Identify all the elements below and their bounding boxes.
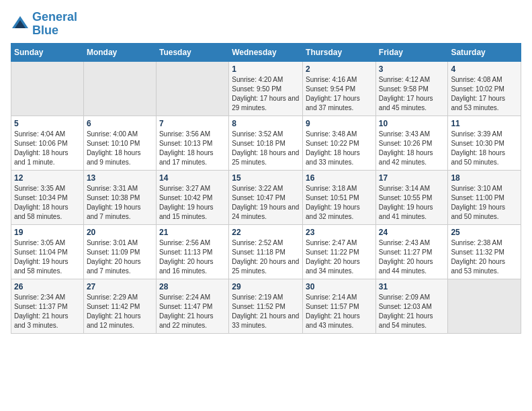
weekday-header-cell: Saturday [448, 43, 521, 61]
calendar-day-cell: 7Sunrise: 3:56 AM Sunset: 10:13 PM Dayli… [156, 116, 228, 170]
day-info: Sunrise: 2:34 AM Sunset: 11:37 PM Daylig… [14, 293, 81, 330]
day-info: Sunrise: 3:39 AM Sunset: 10:30 PM Daylig… [451, 130, 518, 167]
day-number: 2 [306, 64, 373, 74]
calendar-day-cell: 19Sunrise: 3:05 AM Sunset: 11:04 PM Dayl… [11, 224, 84, 279]
calendar-week-row: 26Sunrise: 2:34 AM Sunset: 11:37 PM Dayl… [11, 279, 521, 333]
day-info: Sunrise: 2:09 AM Sunset: 12:03 AM Daylig… [379, 293, 445, 330]
calendar-day-cell: 29Sunrise: 2:19 AM Sunset: 11:52 PM Dayl… [229, 279, 303, 333]
day-info: Sunrise: 3:52 AM Sunset: 10:18 PM Daylig… [232, 130, 300, 167]
weekday-header-cell: Thursday [303, 43, 376, 61]
weekday-header-cell: Tuesday [156, 43, 228, 61]
calendar-day-cell: 11Sunrise: 3:39 AM Sunset: 10:30 PM Dayl… [448, 116, 521, 170]
day-info: Sunrise: 2:56 AM Sunset: 11:13 PM Daylig… [159, 238, 226, 276]
calendar-day-cell [83, 61, 156, 116]
calendar-day-cell: 12Sunrise: 3:35 AM Sunset: 10:34 PM Dayl… [11, 170, 84, 224]
day-number: 11 [451, 119, 518, 128]
calendar-day-cell: 20Sunrise: 3:01 AM Sunset: 11:09 PM Dayl… [83, 224, 156, 279]
day-info: Sunrise: 3:43 AM Sunset: 10:26 PM Daylig… [379, 130, 445, 167]
logo-text: General Blue [32, 11, 77, 38]
calendar-day-cell: 23Sunrise: 2:47 AM Sunset: 11:22 PM Dayl… [303, 224, 376, 279]
calendar-day-cell: 5Sunrise: 4:04 AM Sunset: 10:06 PM Dayli… [11, 116, 84, 170]
day-info: Sunrise: 2:14 AM Sunset: 11:57 PM Daylig… [306, 293, 373, 330]
day-number: 21 [159, 228, 226, 237]
calendar-week-row: 19Sunrise: 3:05 AM Sunset: 11:04 PM Dayl… [11, 224, 521, 279]
calendar-day-cell: 16Sunrise: 3:18 AM Sunset: 10:51 PM Dayl… [303, 170, 376, 224]
day-number: 7 [159, 119, 226, 128]
day-info: Sunrise: 4:20 AM Sunset: 9:50 PM Dayligh… [232, 75, 300, 113]
calendar-day-cell: 22Sunrise: 2:52 AM Sunset: 11:18 PM Dayl… [229, 224, 303, 279]
day-number: 3 [379, 64, 445, 74]
day-info: Sunrise: 2:24 AM Sunset: 11:47 PM Daylig… [159, 293, 226, 330]
weekday-header-cell: Friday [375, 43, 448, 61]
day-info: Sunrise: 4:12 AM Sunset: 9:58 PM Dayligh… [379, 75, 445, 113]
day-number: 16 [306, 173, 373, 183]
calendar-day-cell: 30Sunrise: 2:14 AM Sunset: 11:57 PM Dayl… [303, 279, 376, 333]
calendar-week-row: 5Sunrise: 4:04 AM Sunset: 10:06 PM Dayli… [11, 116, 521, 170]
day-number: 25 [451, 228, 518, 237]
day-info: Sunrise: 3:56 AM Sunset: 10:13 PM Daylig… [159, 130, 226, 167]
day-number: 27 [87, 282, 153, 291]
calendar-day-cell: 9Sunrise: 3:48 AM Sunset: 10:22 PM Dayli… [303, 116, 376, 170]
calendar-day-cell: 1Sunrise: 4:20 AM Sunset: 9:50 PM Daylig… [229, 61, 303, 116]
calendar-day-cell: 8Sunrise: 3:52 AM Sunset: 10:18 PM Dayli… [229, 116, 303, 170]
day-info: Sunrise: 2:19 AM Sunset: 11:52 PM Daylig… [232, 293, 300, 330]
day-number: 29 [232, 282, 300, 291]
day-number: 12 [14, 173, 81, 183]
calendar-day-cell: 21Sunrise: 2:56 AM Sunset: 11:13 PM Dayl… [156, 224, 228, 279]
calendar-table: SundayMondayTuesdayWednesdayThursdayFrid… [11, 43, 521, 334]
calendar-day-cell: 10Sunrise: 3:43 AM Sunset: 10:26 PM Dayl… [375, 116, 448, 170]
weekday-header-row: SundayMondayTuesdayWednesdayThursdayFrid… [11, 43, 521, 61]
day-info: Sunrise: 2:52 AM Sunset: 11:18 PM Daylig… [232, 238, 300, 276]
day-info: Sunrise: 2:43 AM Sunset: 11:27 PM Daylig… [379, 238, 445, 276]
day-number: 18 [451, 173, 518, 183]
day-info: Sunrise: 3:31 AM Sunset: 10:38 PM Daylig… [87, 184, 153, 222]
day-number: 10 [379, 119, 445, 128]
day-info: Sunrise: 4:00 AM Sunset: 10:10 PM Daylig… [87, 130, 153, 167]
day-info: Sunrise: 3:01 AM Sunset: 11:09 PM Daylig… [87, 238, 153, 276]
day-number: 31 [379, 282, 445, 291]
logo: General Blue [11, 11, 77, 38]
day-info: Sunrise: 2:47 AM Sunset: 11:22 PM Daylig… [306, 238, 373, 276]
calendar-day-cell: 13Sunrise: 3:31 AM Sunset: 10:38 PM Dayl… [83, 170, 156, 224]
calendar-day-cell: 27Sunrise: 2:29 AM Sunset: 11:42 PM Dayl… [83, 279, 156, 333]
day-number: 20 [87, 228, 153, 237]
calendar-week-row: 12Sunrise: 3:35 AM Sunset: 10:34 PM Dayl… [11, 170, 521, 224]
day-number: 17 [379, 173, 445, 183]
day-info: Sunrise: 3:27 AM Sunset: 10:42 PM Daylig… [159, 184, 226, 222]
calendar-day-cell: 4Sunrise: 4:08 AM Sunset: 10:02 PM Dayli… [448, 61, 521, 116]
day-info: Sunrise: 3:18 AM Sunset: 10:51 PM Daylig… [306, 184, 373, 222]
day-number: 30 [306, 282, 373, 291]
day-number: 8 [232, 119, 300, 128]
calendar-body: 1Sunrise: 4:20 AM Sunset: 9:50 PM Daylig… [11, 61, 521, 333]
day-info: Sunrise: 4:04 AM Sunset: 10:06 PM Daylig… [14, 130, 81, 167]
day-number: 28 [159, 282, 226, 291]
calendar-day-cell: 17Sunrise: 3:14 AM Sunset: 10:55 PM Dayl… [375, 170, 448, 224]
day-info: Sunrise: 3:48 AM Sunset: 10:22 PM Daylig… [306, 130, 373, 167]
day-number: 22 [232, 228, 300, 237]
day-info: Sunrise: 4:16 AM Sunset: 9:54 PM Dayligh… [306, 75, 373, 113]
calendar-day-cell: 2Sunrise: 4:16 AM Sunset: 9:54 PM Daylig… [303, 61, 376, 116]
day-info: Sunrise: 3:05 AM Sunset: 11:04 PM Daylig… [14, 238, 81, 276]
day-info: Sunrise: 3:35 AM Sunset: 10:34 PM Daylig… [14, 184, 81, 222]
calendar-day-cell [448, 279, 521, 333]
day-number: 15 [232, 173, 300, 183]
day-number: 5 [14, 119, 81, 128]
header: General Blue [11, 11, 521, 38]
day-info: Sunrise: 4:08 AM Sunset: 10:02 PM Daylig… [451, 75, 518, 113]
day-number: 9 [306, 119, 373, 128]
day-info: Sunrise: 2:29 AM Sunset: 11:42 PM Daylig… [87, 293, 153, 330]
day-number: 24 [379, 228, 445, 237]
calendar-day-cell: 6Sunrise: 4:00 AM Sunset: 10:10 PM Dayli… [83, 116, 156, 170]
calendar-day-cell: 25Sunrise: 2:38 AM Sunset: 11:32 PM Dayl… [448, 224, 521, 279]
calendar-day-cell: 15Sunrise: 3:22 AM Sunset: 10:47 PM Dayl… [229, 170, 303, 224]
calendar-day-cell [156, 61, 228, 116]
day-number: 6 [87, 119, 153, 128]
day-info: Sunrise: 3:14 AM Sunset: 10:55 PM Daylig… [379, 184, 445, 222]
calendar-day-cell: 26Sunrise: 2:34 AM Sunset: 11:37 PM Dayl… [11, 279, 84, 333]
day-number: 13 [87, 173, 153, 183]
day-info: Sunrise: 2:38 AM Sunset: 11:32 PM Daylig… [451, 238, 518, 276]
calendar-day-cell: 18Sunrise: 3:10 AM Sunset: 11:00 PM Dayl… [448, 170, 521, 224]
day-number: 1 [232, 64, 300, 74]
calendar-day-cell [11, 61, 84, 116]
day-number: 19 [14, 228, 81, 237]
